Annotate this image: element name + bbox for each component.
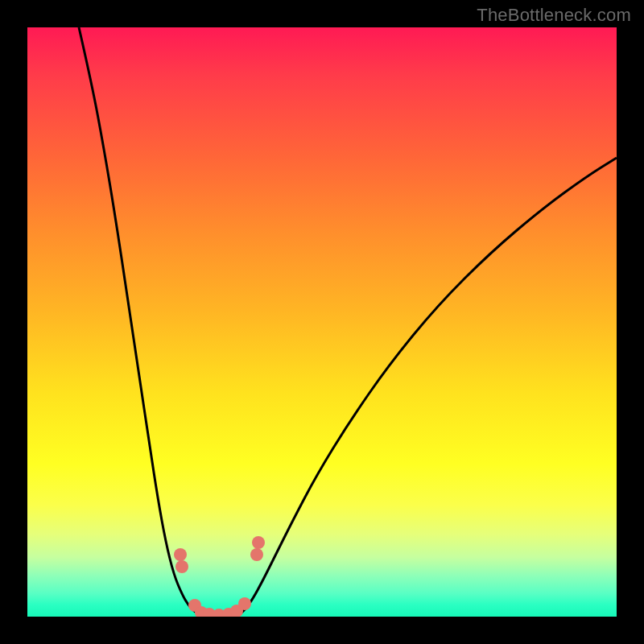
data-marker <box>250 548 263 561</box>
data-marker <box>174 548 187 561</box>
watermark-text: TheBottleneck.com <box>477 5 631 26</box>
data-markers <box>27 27 617 617</box>
data-marker <box>252 536 265 549</box>
chart-frame: TheBottleneck.com <box>0 0 644 644</box>
data-marker <box>175 560 188 573</box>
data-marker <box>238 597 251 610</box>
plot-area <box>27 27 617 617</box>
